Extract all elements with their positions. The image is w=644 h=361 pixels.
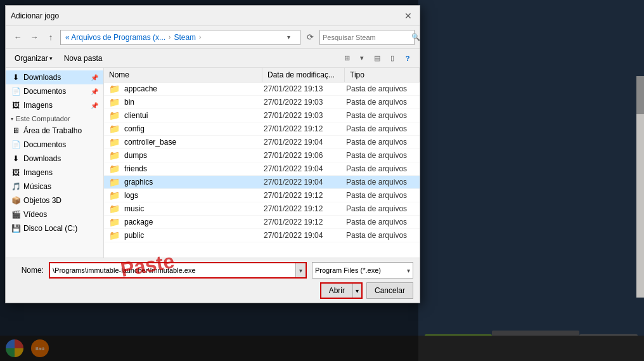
pin-icon: 📌	[91, 88, 98, 95]
sidebar-item-imagens[interactable]: 🖼 Imagens 📌	[6, 98, 103, 112]
sidebar-item-downloads[interactable]: ⬇ Downloads 📌	[6, 70, 103, 84]
table-row[interactable]: bin 27/01/2022 19:03 Pasta de arquivos	[104, 96, 420, 109]
filetype-select[interactable]: Program Files (*.exe) ▾	[312, 262, 413, 279]
open-dropdown-button[interactable]: ▾	[353, 284, 361, 298]
filename-input[interactable]	[50, 266, 295, 274]
file-type: Pasta de arquivos	[346, 231, 420, 240]
steam-panel: ◀ ✉ 👤 Lil B Da B DAWG am Files (x86)\Ado…	[418, 0, 644, 336]
filename-row: Nome: ▾ Program Files (*.exe) ▾	[12, 262, 413, 279]
column-header-type[interactable]: Tipo	[345, 68, 420, 82]
sidebar-item-músicas[interactable]: 🎵 Músicas	[6, 180, 103, 194]
file-date: 27/01/2022 19:04	[264, 178, 346, 187]
view-preview-button[interactable]: ▯	[385, 51, 399, 65]
forward-button[interactable]: →	[27, 30, 41, 44]
filename-label: Nome:	[12, 266, 44, 275]
folder-icon	[109, 124, 119, 134]
sidebar-item-downloads[interactable]: ⬇ Downloads	[6, 152, 103, 166]
file-date: 27/01/2022 19:12	[264, 218, 346, 226]
file-name: clientui	[124, 111, 264, 120]
file-name: dumps	[124, 151, 264, 160]
table-row[interactable]: appcache 27/01/2022 19:13 Pasta de arqui…	[104, 82, 420, 96]
table-row[interactable]: logs 27/01/2022 19:12 Pasta de arquivos	[104, 189, 420, 202]
organize-button[interactable]: Organizar ▾	[11, 53, 56, 64]
scroll-indicator[interactable]	[636, 76, 644, 298]
table-row[interactable]: package 27/01/2022 19:12 Pasta de arquiv…	[104, 216, 420, 229]
file-rows: appcache 27/01/2022 19:13 Pasta de arqui…	[104, 82, 420, 242]
sidebar-label: Área de Trabalho	[23, 126, 98, 135]
table-row[interactable]: dumps 27/01/2022 19:06 Pasta de arquivos	[104, 149, 420, 162]
help-button[interactable]: ?	[401, 51, 415, 65]
pin-icon: 📌	[91, 74, 98, 81]
table-row[interactable]: friends 27/01/2022 19:04 Pasta de arquiv…	[104, 162, 420, 176]
dialog-body: ⬇ Downloads 📌 📄 Documentos 📌 🖼 Imagens 📌…	[6, 68, 420, 258]
file-type: Pasta de arquivos	[346, 84, 420, 93]
scroll-thumb[interactable]	[636, 76, 644, 114]
sidebar-item-documentos[interactable]: 📄 Documentos	[6, 138, 103, 152]
refresh-button[interactable]: ⟳	[303, 30, 317, 44]
table-row[interactable]: clientui 27/01/2022 19:03 Pasta de arqui…	[104, 109, 420, 122]
sidebar-label: Downloads	[23, 154, 98, 163]
sidebar-label: Vídeos	[23, 210, 98, 219]
crumb-programs[interactable]: « Arquivos de Programas (x...	[63, 32, 167, 43]
table-row[interactable]: music 27/01/2022 19:12 Pasta de arquivos	[104, 202, 420, 216]
sidebar-icon: 📄	[11, 140, 21, 150]
new-folder-button[interactable]: Nova pasta	[59, 53, 108, 64]
up-button[interactable]: ↑	[44, 30, 58, 44]
sidebar-icon: 📦	[11, 195, 21, 206]
search-input[interactable]	[323, 34, 410, 41]
column-header-date[interactable]: Data de modificaç...	[262, 68, 345, 82]
sidebar-label: Documentos	[23, 140, 98, 149]
address-toolbar: ← → ↑ « Arquivos de Programas (x... › St…	[6, 26, 420, 49]
folder-icon	[109, 84, 119, 94]
sidebar-item-disco-local-(c:)[interactable]: 💾 Disco Local (C:)	[6, 221, 103, 235]
view-dropdown-button[interactable]: ▾	[355, 51, 369, 65]
search-box: 🔍	[319, 30, 415, 45]
address-dropdown[interactable]: ▾	[287, 34, 297, 41]
file-list[interactable]: Nome Data de modificaç... Tipo appcache …	[104, 68, 420, 258]
sidebar-item-objetos-3d[interactable]: 📦 Objetos 3D	[6, 194, 103, 207]
table-row[interactable]: graphics 27/01/2022 19:04 Pasta de arqui…	[104, 176, 420, 189]
file-date: 27/01/2022 19:12	[264, 124, 346, 133]
pin-icon: 📌	[91, 102, 98, 109]
file-type: Pasta de arquivos	[346, 151, 420, 160]
column-header-name[interactable]: Nome	[104, 68, 262, 82]
file-name: public	[124, 231, 264, 240]
table-row[interactable]: config 27/01/2022 19:12 Pasta de arquivo…	[104, 122, 420, 136]
secondary-toolbar: Organizar ▾ Nova pasta ⊞ ▾ ▤ ▯ ?	[6, 49, 420, 68]
file-type: Pasta de arquivos	[346, 204, 420, 213]
view-grid-button[interactable]: ⊞	[340, 51, 354, 65]
organize-dropdown-icon: ▾	[49, 55, 53, 62]
file-type: Pasta de arquivos	[346, 218, 420, 226]
sidebar-item-área-de-trabalho[interactable]: 🖥 Área de Trabalho	[6, 124, 103, 138]
sidebar-label: Músicas	[23, 182, 98, 191]
file-list-header: Nome Data de modificaç... Tipo	[104, 68, 420, 82]
sidebar-icon: 💾	[11, 223, 21, 233]
file-date: 27/01/2022 19:03	[264, 111, 346, 120]
crumb-steam[interactable]: Steam	[172, 32, 198, 43]
sidebar-icon: 🖼	[11, 167, 21, 178]
sidebar-label: Objetos 3D	[23, 196, 98, 205]
file-name: controller_base	[124, 138, 264, 147]
filename-dropdown-icon[interactable]: ▾	[295, 263, 306, 277]
table-row[interactable]: public 27/01/2022 19:04 Pasta de arquivo…	[104, 229, 420, 242]
dialog-close-button[interactable]: ✕	[402, 10, 415, 22]
cancel-button[interactable]: Cancelar	[366, 282, 413, 299]
back-button[interactable]: ←	[11, 30, 25, 44]
address-bar[interactable]: « Arquivos de Programas (x... › Steam › …	[60, 30, 300, 45]
folder-icon	[109, 164, 119, 174]
search-icon: 🔍	[411, 33, 420, 41]
sidebar-item-documentos[interactable]: 📄 Documentos 📌	[6, 84, 103, 98]
sidebar-icon: 🖥	[11, 126, 21, 136]
sidebar-icon: ⬇	[11, 72, 21, 82]
sidebar-icon: 🎵	[11, 181, 21, 192]
crumb-separator2: ›	[199, 34, 201, 41]
file-type: Pasta de arquivos	[346, 178, 420, 187]
sidebar-item-imagens[interactable]: 🖼 Imagens	[6, 166, 103, 180]
open-button[interactable]: Abrir	[321, 284, 353, 298]
sidebar-item-vídeos[interactable]: 🎬 Vídeos	[6, 207, 103, 221]
table-row[interactable]: controller_base 27/01/2022 19:04 Pasta d…	[104, 136, 420, 149]
sidebar-label: Imagens	[23, 101, 88, 110]
sidebar-icon: ⬇	[11, 154, 21, 164]
view-list-button[interactable]: ▤	[370, 51, 384, 65]
file-date: 27/01/2022 19:12	[264, 204, 346, 213]
